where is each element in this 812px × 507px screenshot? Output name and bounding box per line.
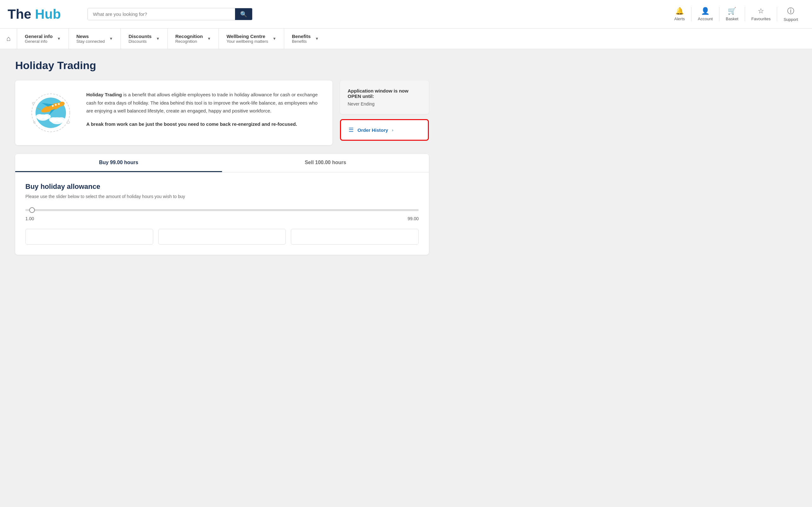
svg-point-18	[34, 122, 35, 123]
button-3[interactable]	[291, 229, 419, 245]
button-1[interactable]	[26, 229, 153, 245]
home-icon: ⌂	[6, 35, 10, 43]
chevron-down-icon: ▼	[272, 37, 276, 41]
tab-sell[interactable]: Sell 100.00 hours	[222, 154, 429, 172]
button-2[interactable]	[158, 229, 286, 245]
bottom-buttons	[26, 229, 419, 245]
search-bar: 🔍	[88, 8, 252, 20]
app-window-card: Application window is now OPEN until: Ne…	[340, 80, 429, 114]
app-window-title: Application window is now OPEN until:	[348, 88, 421, 99]
nav-discounts[interactable]: Discounts Discounts ▼	[121, 29, 167, 49]
logo-the: The	[8, 7, 32, 22]
star-icon: ☆	[758, 7, 764, 15]
alerts-nav[interactable]: 🔔 Alerts	[668, 7, 692, 21]
basket-icon: 🛒	[728, 7, 736, 15]
slider-track	[26, 209, 419, 211]
plane-svg	[26, 91, 76, 135]
slider-container: 1.00 99.00	[26, 209, 419, 221]
search-icon: 🔍	[240, 11, 247, 17]
chevron-down-icon: ▼	[156, 37, 160, 41]
tabs-header: Buy 99.00 hours Sell 100.00 hours	[15, 154, 429, 172]
slider-thumb[interactable]	[29, 207, 35, 213]
alerts-label: Alerts	[674, 16, 685, 21]
info-paragraph-2: A break from work can be just the boost …	[86, 120, 322, 128]
support-label: Support	[783, 17, 798, 22]
nav-benefits[interactable]: Benefits Benefits ▼	[284, 29, 326, 49]
favourites-nav[interactable]: ☆ Favourites	[745, 7, 777, 21]
tab-buy-content: Buy holiday allowance Please use the sli…	[15, 172, 429, 255]
top-nav-icons: 🔔 Alerts 👤 Account 🛒 Basket ☆ Favourites…	[668, 6, 804, 22]
info-text: Holiday Trading is a benefit that allows…	[86, 91, 322, 133]
info-paragraph-1: Holiday Trading is a benefit that allows…	[86, 91, 322, 115]
tab-buy[interactable]: Buy 99.00 hours	[15, 154, 222, 172]
chevron-down-icon: ▼	[207, 37, 211, 41]
main-content: Holiday Trading	[0, 49, 444, 265]
nav-recognition[interactable]: Recognition Recognition ▼	[168, 29, 219, 49]
nav-wellbeing[interactable]: Wellbeing Centre Your wellbeing matters …	[219, 29, 284, 49]
account-icon: 👤	[701, 7, 710, 15]
buy-tab-title: Buy holiday allowance	[26, 182, 419, 191]
header: The Hub 🔍 🔔 Alerts 👤 Account 🛒 Basket ☆ …	[0, 0, 812, 29]
page-title: Holiday Trading	[15, 59, 429, 72]
slider-min-label: 1.00	[26, 216, 34, 221]
account-nav[interactable]: 👤 Account	[692, 7, 719, 21]
svg-point-6	[49, 117, 57, 122]
basket-nav[interactable]: 🛒 Basket	[719, 7, 745, 21]
favourites-label: Favourites	[751, 16, 771, 21]
chevron-down-icon: ▼	[57, 37, 61, 41]
search-input[interactable]	[88, 8, 235, 20]
info-card: Holiday Trading is a benefit that allows…	[15, 80, 333, 145]
nav-general-info[interactable]: General info General info ▼	[17, 29, 68, 49]
sidebar: Application window is now OPEN until: Ne…	[340, 80, 429, 145]
order-history-chevron: ›	[392, 128, 393, 132]
nav-home[interactable]: ⌂	[0, 29, 17, 49]
slider-max-label: 99.00	[408, 216, 419, 221]
tabs-container: Buy 99.00 hours Sell 100.00 hours Buy ho…	[15, 154, 429, 255]
order-history-label: Order History	[357, 127, 388, 133]
svg-point-16	[32, 102, 34, 104]
svg-point-3	[36, 114, 44, 119]
content-row: Holiday Trading is a benefit that allows…	[15, 80, 429, 145]
chevron-down-icon: ▼	[315, 37, 319, 41]
plane-illustration	[26, 91, 76, 135]
app-window-value: Never Ending	[348, 101, 421, 107]
bell-icon: 🔔	[675, 7, 684, 15]
svg-point-4	[43, 114, 51, 119]
order-history-card[interactable]: ☰ Order History ›	[340, 119, 429, 141]
svg-point-7	[57, 117, 65, 122]
info-bold-intro: Holiday Trading	[86, 92, 122, 97]
support-nav[interactable]: ⓘ Support	[777, 6, 804, 22]
support-icon: ⓘ	[787, 6, 794, 16]
logo[interactable]: The Hub	[8, 7, 78, 22]
buy-tab-description: Please use the slider below to select th…	[26, 194, 419, 199]
main-navbar: ⌂ General info General info ▼ News Stay …	[0, 29, 812, 49]
account-label: Account	[698, 16, 713, 21]
slider-labels: 1.00 99.00	[26, 216, 419, 221]
list-icon: ☰	[349, 126, 354, 133]
search-button[interactable]: 🔍	[235, 8, 252, 20]
chevron-down-icon: ▼	[109, 37, 113, 41]
logo-hub: Hub	[35, 7, 61, 22]
basket-label: Basket	[726, 16, 739, 21]
nav-news[interactable]: News Stay connected ▼	[69, 29, 121, 49]
